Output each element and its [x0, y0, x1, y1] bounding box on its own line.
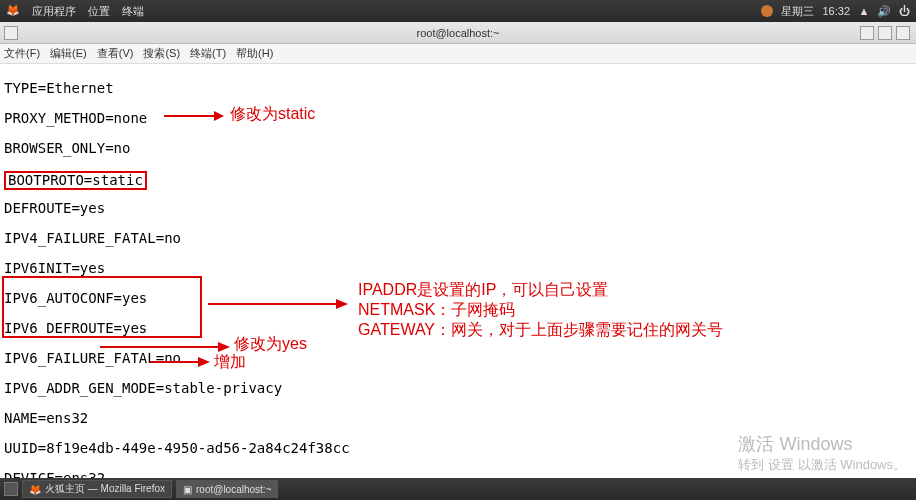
gnome-bottom-panel: 🦊 火狐主页 — Mozilla Firefox ▣ root@localhos…: [0, 478, 916, 500]
cfg-line: PROXY_METHOD=none: [4, 111, 912, 126]
menu-view[interactable]: 查看(V): [97, 46, 134, 61]
menu-terminal-m[interactable]: 终端(T): [190, 46, 226, 61]
menu-apps[interactable]: 应用程序: [32, 4, 76, 19]
arrow-icon: [150, 354, 210, 370]
menu-places[interactable]: 位置: [88, 4, 110, 19]
taskbar-label: root@localhost:~: [196, 484, 271, 495]
window-title: root@localhost:~: [416, 27, 499, 39]
firefox-icon: 🦊: [29, 484, 41, 495]
bullet-icon: [761, 5, 773, 17]
watermark-line2: 转到 设置 以激活 Windows。: [738, 456, 906, 474]
cfg-line: IPV6_ADDR_GEN_MODE=stable-privacy: [4, 381, 912, 396]
cfg-line-bootproto: BOOTPROTO=static: [4, 171, 912, 186]
gnome-top-panel: 🦊 应用程序 位置 终端 星期三 16:32 ▲ 🔊 ⏻: [0, 0, 916, 22]
panel-fox-icon: 🦊: [6, 4, 20, 19]
menu-help[interactable]: 帮助(H): [236, 46, 273, 61]
svg-marker-5: [218, 342, 230, 352]
windows-watermark: 激活 Windows 转到 设置 以激活 Windows。: [738, 432, 906, 474]
cfg-line: IPV6INIT=yes: [4, 261, 912, 276]
window-title-bar: root@localhost:~: [0, 22, 916, 44]
power-icon[interactable]: ⏻: [898, 5, 910, 17]
svg-marker-3: [336, 299, 348, 309]
svg-marker-1: [214, 111, 224, 121]
menu-edit[interactable]: 编辑(E): [50, 46, 87, 61]
cfg-line: DEFROUTE=yes: [4, 201, 912, 216]
window-close-button[interactable]: [4, 26, 18, 40]
volume-icon[interactable]: 🔊: [878, 5, 890, 17]
show-desktop-icon[interactable]: [4, 482, 18, 496]
window-maximize-button[interactable]: [878, 26, 892, 40]
cfg-line: TYPE=Ethernet: [4, 81, 912, 96]
taskbar-item-terminal[interactable]: ▣ root@localhost:~: [176, 480, 278, 498]
terminal-icon: ▣: [183, 484, 192, 495]
menu-terminal[interactable]: 终端: [122, 4, 144, 19]
menu-file[interactable]: 文件(F): [4, 46, 40, 61]
clock-day: 星期三: [781, 4, 814, 19]
taskbar-label: 火狐主页 — Mozilla Firefox: [45, 482, 165, 496]
highlight-box: BOOTPROTO=static: [4, 171, 147, 190]
svg-marker-7: [198, 357, 210, 367]
highlight-box-block: [2, 276, 202, 338]
annotation-ipaddr: IPADDR是设置的IP，可以自己设置: [358, 282, 608, 297]
window-close-button-2[interactable]: [896, 26, 910, 40]
taskbar-item-firefox[interactable]: 🦊 火狐主页 — Mozilla Firefox: [22, 480, 172, 498]
window-minimize-button[interactable]: [860, 26, 874, 40]
terminal-menu-bar: 文件(F) 编辑(E) 查看(V) 搜索(S) 终端(T) 帮助(H): [0, 44, 916, 64]
annotation-add: 增加: [214, 354, 246, 369]
arrow-icon: [208, 294, 348, 314]
arrow-icon: [164, 108, 224, 124]
network-icon[interactable]: ▲: [858, 5, 870, 17]
menu-search[interactable]: 搜索(S): [143, 46, 180, 61]
watermark-line1: 激活 Windows: [738, 432, 906, 456]
cfg-line: IPV4_FAILURE_FATAL=no: [4, 231, 912, 246]
annotation-yes: 修改为yes: [234, 336, 307, 351]
clock-time: 16:32: [822, 5, 850, 17]
cfg-line: NAME=ens32: [4, 411, 912, 426]
annotation-netmask: NETMASK：子网掩码: [358, 302, 515, 317]
cfg-line: BROWSER_ONLY=no: [4, 141, 912, 156]
arrow-icon: [100, 339, 230, 355]
annotation-static: 修改为static: [230, 106, 315, 121]
annotation-gateway: GATEWAY：网关，对于上面步骤需要记住的网关号: [358, 322, 723, 337]
